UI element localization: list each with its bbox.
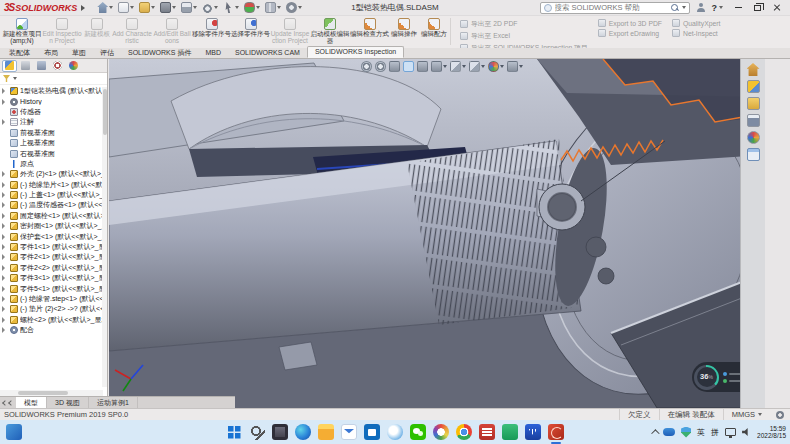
ime-mode-text[interactable]: 英 [697,427,705,438]
chevron-down-icon[interactable] [682,6,686,9]
tree-item[interactable]: (-) 温度传感器<1> (默认<<默认>_ [0,200,107,210]
tree-item[interactable]: 螺栓<2> (默认<<默认>_显示状态 [0,315,107,325]
tree-item[interactable]: 零件3<1> (默认<<默认>_显示状态 [0,273,107,283]
start-icon[interactable] [226,424,242,440]
export-item[interactable]: 导出至 Excel [460,31,588,41]
headsup-button[interactable] [450,61,466,72]
ribbon-button[interactable]: 选择零件序号 [231,17,270,47]
file-explorer-pane-icon[interactable] [747,97,760,110]
headsup-button[interactable] [488,61,504,72]
widgets-icon[interactable] [6,424,22,440]
appearances-icon[interactable] [747,131,760,144]
headsup-button[interactable] [431,61,447,72]
panel-tab[interactable] [2,60,17,72]
ribbon-button[interactable]: 新建模板 [82,17,112,47]
ribbon-button[interactable]: Add/Edit Balloons [152,17,192,47]
export-item[interactable]: 导出至 2D PDF [460,19,588,29]
custom-properties-icon[interactable] [747,148,760,161]
export-item[interactable]: Net-Inspect [672,29,720,37]
qat-button[interactable] [223,2,239,13]
export-item[interactable]: Export to 3D PDF [598,19,662,27]
ribbon-button[interactable]: Add Characteristic [112,17,152,47]
restore-button[interactable] [748,1,767,15]
panel-tab[interactable] [18,60,33,72]
tree-vertical-scrollbar[interactable] [102,87,107,387]
tree-item[interactable]: 前视基准面 [0,128,107,138]
tree-item[interactable]: (-) 垫片 (2)<2> ->? (默认<<默认 [0,304,107,314]
store-icon[interactable] [364,424,380,440]
wechat-icon[interactable] [410,424,426,440]
model-tab[interactable]: 3D 视图 [47,397,89,408]
ribbon-tab[interactable]: MBD [198,48,228,58]
qat-button[interactable] [139,2,155,13]
qat-button[interactable] [244,2,260,13]
tree-item[interactable]: 外壳 (2)<1> (默认<<默认>_显示状 [0,169,107,179]
onedrive-icon[interactable] [663,428,675,436]
tree-item[interactable]: 右视基准面 [0,148,107,158]
qat-button[interactable] [265,2,281,13]
headsup-button[interactable] [469,61,485,72]
tree-item[interactable]: (-) 绝缘垫片<1> (默认<<默认>_显 [0,180,107,190]
model-tab[interactable]: 运动算例1 [89,397,138,408]
qat-button[interactable] [160,2,176,13]
3d-model-scene[interactable] [109,59,765,408]
security-shield-icon[interactable] [681,427,691,438]
headsup-button[interactable] [389,61,400,72]
panel-tab[interactable] [34,60,49,72]
ime-layout-text[interactable]: 拼 [711,427,719,438]
tree-item[interactable]: 零件2<1> (默认<<默认>_显示状态 [0,252,107,262]
statusbar-item[interactable]: 在编辑 装配体 [659,409,723,420]
ribbon-tab[interactable]: 装配体 [2,48,37,58]
tree-item[interactable]: 零件5<1> (默认<<默认>_显示状态 [0,283,107,293]
mail-icon[interactable] [341,424,357,440]
tree-item[interactable]: 密封圈<1> (默认<<默认>_显示状 [0,221,107,231]
help-search-box[interactable]: 搜索 SOLIDWORKS 帮助 [540,2,690,14]
app-window-icon[interactable] [272,424,288,440]
tree-item[interactable]: 注解 [0,117,107,127]
view-palette-icon[interactable] [747,114,760,127]
ribbon-tab[interactable]: 布局 [37,48,65,58]
file-explorer-icon[interactable] [318,424,334,440]
tree-root-item[interactable]: 1型铠装热电偶 (默认<默认_显示状态-1 [0,86,107,96]
ribbon-button[interactable]: 编辑配方 [419,17,449,47]
tree-item[interactable]: (-) 绝缘管.step<1> (默认<<默认 [0,294,107,304]
tree-item[interactable]: 固定螺栓<1> (默认<<默认>_显示 [0,211,107,221]
tree-item[interactable]: 零件2<2> (默认<<默认>_显示状态 [0,263,107,273]
close-button[interactable] [767,1,786,15]
home-pane-icon[interactable] [747,63,760,76]
ribbon-tab[interactable]: 评估 [93,48,121,58]
tree-filter[interactable] [0,73,107,85]
cortana-icon[interactable] [387,424,403,440]
edge-icon[interactable] [295,424,311,440]
display-tray-icon[interactable] [725,428,736,436]
solidworks-logo[interactable]: 3S SOLIDWORKS [0,2,89,13]
headsup-button[interactable] [375,61,386,72]
tree-item[interactable]: 保护套<1> (默认<<默认>_显示状 [0,231,107,241]
notes-app-icon[interactable] [502,424,518,440]
tree-item[interactable]: 原点 [0,159,107,169]
export-item[interactable]: Export eDrawing [598,29,662,37]
statusbar-item[interactable]: 欠定义 [619,409,659,420]
chrome-icon[interactable] [456,424,472,440]
reader-app-icon[interactable] [479,424,495,440]
tree-item[interactable]: 配合 [0,325,107,335]
panel-tab[interactable] [66,60,81,72]
tab-scroll-buttons[interactable] [0,397,16,408]
user-account-icon[interactable] [696,3,706,13]
ribbon-button[interactable]: 新建检查项目 (amp;N) [2,17,42,47]
graphics-area[interactable]: 36 % [109,59,765,408]
qat-button[interactable] [202,2,218,13]
design-library-icon[interactable] [747,80,760,93]
statusbar-gear-icon[interactable] [776,411,784,419]
model-tab[interactable]: 模型 [16,397,47,408]
tree-item[interactable]: 上视基准面 [0,138,107,148]
ribbon-button[interactable]: Update Inspection Project [270,17,310,47]
tree-item[interactable]: 零件1<1> (默认<<默认>_显示状态 [0,242,107,252]
qat-button[interactable] [286,2,302,13]
solidworks-app-icon[interactable] [548,424,564,440]
menu-expand-icon[interactable] [81,5,85,11]
headsup-button[interactable] [507,61,523,72]
help-button[interactable]: ? [712,3,724,13]
browser-ring-icon[interactable] [433,424,449,440]
qat-button[interactable] [97,2,113,13]
